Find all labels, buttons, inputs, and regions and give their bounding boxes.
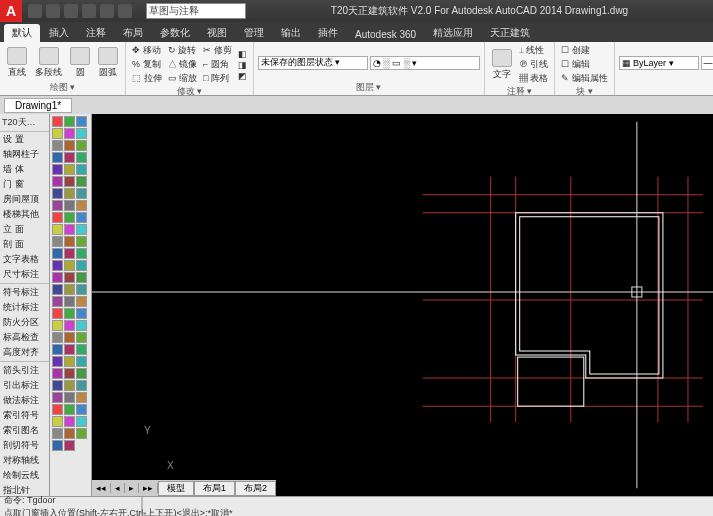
command-line[interactable]: 命令: Tgdoor 点取门窗插入位置(Shift-左右开,Ctrl-上下开)<… xyxy=(0,496,713,516)
palette-tool[interactable] xyxy=(64,140,75,151)
side-panel-item[interactable]: 统计标注 xyxy=(0,300,49,315)
ribbon-tab[interactable]: 精选应用 xyxy=(425,24,481,42)
side-panel-item[interactable]: 索引图名 xyxy=(0,423,49,438)
palette-tool[interactable] xyxy=(52,152,63,163)
ribbon-button-small[interactable]: ⬚ 拉伸 xyxy=(130,72,164,85)
palette-tool[interactable] xyxy=(64,356,75,367)
palette-tool[interactable] xyxy=(64,332,75,343)
palette-tool[interactable] xyxy=(76,320,87,331)
ribbon-button-small[interactable]: ▦ 表格 xyxy=(517,72,551,85)
palette-tool[interactable] xyxy=(52,296,63,307)
ribbon-button-small[interactable]: — ByLayer ▾ xyxy=(701,56,713,70)
palette-tool[interactable] xyxy=(64,272,75,283)
qat-redo-icon[interactable] xyxy=(100,4,114,18)
palette-tool[interactable] xyxy=(76,308,87,319)
palette-tool[interactable] xyxy=(76,272,87,283)
drawing-canvas[interactable]: Y X xyxy=(92,114,713,496)
palette-tool[interactable] xyxy=(64,224,75,235)
side-panel-item[interactable]: 绘制云线 xyxy=(0,468,49,483)
palette-tool[interactable] xyxy=(52,248,63,259)
ribbon-button-small[interactable]: ◧ xyxy=(236,49,249,59)
palette-tool[interactable] xyxy=(64,248,75,259)
palette-tool[interactable] xyxy=(64,320,75,331)
palette-tool[interactable] xyxy=(76,284,87,295)
qat-save-icon[interactable] xyxy=(64,4,78,18)
palette-tool[interactable] xyxy=(64,416,75,427)
side-panel-item[interactable]: 剖切符号 xyxy=(0,438,49,453)
palette-tool[interactable] xyxy=(52,308,63,319)
palette-tool[interactable] xyxy=(52,128,63,139)
ribbon-button[interactable]: 文字 xyxy=(489,48,515,82)
ribbon-tab[interactable]: 管理 xyxy=(236,24,272,42)
palette-tool[interactable] xyxy=(52,188,63,199)
palette-tool[interactable] xyxy=(64,308,75,319)
side-panel-item[interactable]: 剖 面 xyxy=(0,237,49,252)
side-panel-item[interactable]: 防火分区 xyxy=(0,315,49,330)
ribbon-tab[interactable]: 天正建筑 xyxy=(482,24,538,42)
palette-tool[interactable] xyxy=(64,188,75,199)
ribbon-button-small[interactable]: ℗ 引线 xyxy=(517,58,551,71)
side-panel-item[interactable]: 高度对齐 xyxy=(0,345,49,360)
ribbon-button-small[interactable]: ⟂ 线性 xyxy=(517,44,551,57)
palette-tool[interactable] xyxy=(52,404,63,415)
ribbon-tab[interactable]: 参数化 xyxy=(152,24,198,42)
palette-tool[interactable] xyxy=(64,368,75,379)
workspace-selector[interactable]: 草图与注释 xyxy=(146,3,246,19)
palette-tool[interactable] xyxy=(76,200,87,211)
palette-tool[interactable] xyxy=(64,128,75,139)
side-panel-item[interactable]: 尺寸标注 xyxy=(0,267,49,282)
palette-tool[interactable] xyxy=(52,332,63,343)
palette-tool[interactable] xyxy=(76,248,87,259)
palette-tool[interactable] xyxy=(52,260,63,271)
palette-tool[interactable] xyxy=(76,140,87,151)
ribbon-button-small[interactable]: ▭ 缩放 xyxy=(166,72,200,85)
palette-tool[interactable] xyxy=(52,416,63,427)
ribbon-button-small[interactable]: ✂ 修剪 xyxy=(201,44,234,57)
side-panel-item[interactable]: 标高检查 xyxy=(0,330,49,345)
ribbon-button-small[interactable]: ✥ 移动 xyxy=(130,44,164,57)
ribbon-button-small[interactable]: □ 阵列 xyxy=(201,72,234,85)
ribbon-button-small[interactable]: ◨ xyxy=(236,60,249,70)
ribbon-tab[interactable]: 布局 xyxy=(115,24,151,42)
ribbon-button-small[interactable]: ✎ 编辑属性 xyxy=(559,72,610,85)
layout-tab[interactable]: 布局1 xyxy=(194,481,235,496)
palette-tool[interactable] xyxy=(52,356,63,367)
palette-tool[interactable] xyxy=(76,332,87,343)
side-panel-item[interactable]: 设 置 xyxy=(0,132,49,147)
palette-tool[interactable] xyxy=(64,260,75,271)
palette-tool[interactable] xyxy=(52,236,63,247)
palette-tool[interactable] xyxy=(76,128,87,139)
palette-tool[interactable] xyxy=(76,152,87,163)
qat-open-icon[interactable] xyxy=(46,4,60,18)
palette-tool[interactable] xyxy=(76,188,87,199)
document-tab[interactable]: Drawing1* xyxy=(4,98,72,113)
palette-tool[interactable] xyxy=(76,428,87,439)
ribbon-button-small[interactable]: ◩ xyxy=(236,71,249,81)
palette-tool[interactable] xyxy=(52,176,63,187)
ribbon-button-small[interactable]: △ 镜像 xyxy=(166,58,200,71)
palette-tool[interactable] xyxy=(52,440,63,451)
side-panel-item[interactable]: 墙 体 xyxy=(0,162,49,177)
qat-undo-icon[interactable] xyxy=(82,4,96,18)
side-panel-item[interactable]: 轴网柱子 xyxy=(0,147,49,162)
qat-new-icon[interactable] xyxy=(28,4,42,18)
palette-tool[interactable] xyxy=(76,380,87,391)
palette-tool[interactable] xyxy=(76,344,87,355)
ribbon-button[interactable]: 直线 xyxy=(4,46,30,80)
palette-tool[interactable] xyxy=(52,116,63,127)
side-panel-item[interactable]: 做法标注 xyxy=(0,393,49,408)
app-logo[interactable]: A xyxy=(0,0,22,22)
ribbon-button-small[interactable]: ☐ 创建 xyxy=(559,44,610,57)
palette-tool[interactable] xyxy=(64,200,75,211)
palette-tool[interactable] xyxy=(64,344,75,355)
palette-tool[interactable] xyxy=(52,140,63,151)
side-panel-item[interactable]: 索引符号 xyxy=(0,408,49,423)
ribbon-button[interactable]: 圆 xyxy=(67,46,93,80)
palette-tool[interactable] xyxy=(52,344,63,355)
side-panel-item[interactable]: 文字表格 xyxy=(0,252,49,267)
palette-tool[interactable] xyxy=(64,380,75,391)
palette-tool[interactable] xyxy=(52,224,63,235)
layout-nav-button[interactable]: ◂ xyxy=(111,483,125,493)
ribbon-button-small[interactable]: 未保存的图层状态 ▾ xyxy=(258,56,368,70)
palette-tool[interactable] xyxy=(76,416,87,427)
